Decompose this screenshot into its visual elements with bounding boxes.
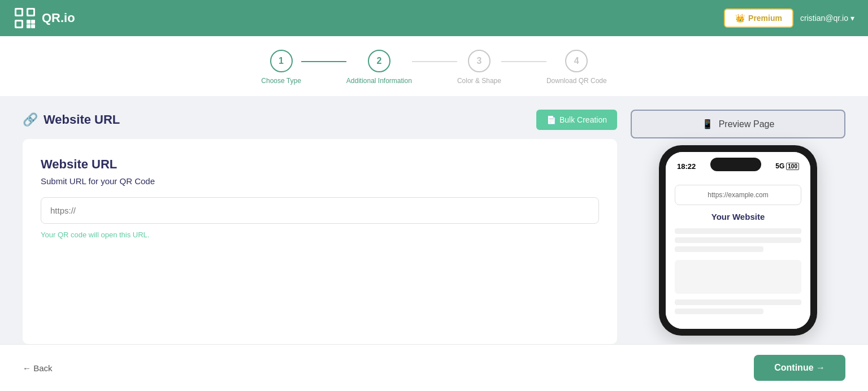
step-4-circle: 4 (565, 50, 588, 72)
step-3-label: Color & Shape (457, 77, 501, 85)
phone-time: 18:22 (677, 162, 696, 171)
crown-icon: 👑 (735, 14, 745, 23)
user-email: cristian@qr.io (800, 14, 848, 23)
preview-page-button[interactable]: 📱 Preview Page (631, 110, 845, 138)
phone-notch (710, 158, 761, 171)
phone-skeleton-4 (675, 299, 801, 305)
phone-skeleton-3 (675, 246, 763, 252)
right-panel: 📱 Preview Page 18:22 5G 100 https:// (631, 110, 845, 344)
premium-label: Premium (748, 14, 782, 23)
left-panel: 🔗 Website URL 📄 Bulk Creation Website UR… (23, 110, 617, 344)
logo: QR.io (14, 7, 75, 29)
step-2-label: Additional Information (346, 77, 412, 85)
svg-rect-7 (31, 20, 35, 24)
svg-rect-1 (16, 10, 21, 15)
logo-text: QR.io (42, 11, 75, 25)
section-title-text: Website URL (44, 112, 120, 127)
content-area: 🔗 Website URL 📄 Bulk Creation Website UR… (23, 110, 845, 344)
main-content: 🔗 Website URL 📄 Bulk Creation Website UR… (0, 96, 868, 344)
url-input[interactable] (41, 197, 599, 224)
step-3-circle: 3 (468, 50, 491, 72)
svg-rect-6 (27, 20, 31, 24)
phone-skeleton-5 (675, 309, 763, 314)
bulk-creation-button[interactable]: 📄 Bulk Creation (536, 110, 617, 130)
svg-rect-5 (16, 21, 21, 27)
phone-icon: 📱 (702, 119, 713, 129)
back-label: ← Back (23, 363, 53, 373)
back-button[interactable]: ← Back (23, 363, 53, 373)
continue-label: Continue → (774, 363, 825, 373)
section-title: 🔗 Website URL (23, 112, 120, 127)
step-3: 3 Color & Shape (457, 50, 501, 85)
phone-mockup: 18:22 5G 100 https://example.com Your We… (659, 145, 817, 336)
step-line-3 (501, 61, 546, 62)
chevron-down-icon: ▾ (850, 14, 854, 23)
stepper: 1 Choose Type 2 Additional Information 3… (0, 36, 868, 96)
step-line-1 (301, 61, 346, 62)
step-2-circle: 2 (368, 50, 390, 72)
step-4-label: Download QR Code (546, 77, 607, 85)
header: QR.io 👑 Premium cristian@qr.io ▾ (0, 0, 868, 36)
hint-text: Your QR code will open this URL. (41, 231, 149, 239)
phone-skeleton-2 (675, 237, 801, 243)
header-right: 👑 Premium cristian@qr.io ▾ (724, 8, 854, 28)
footer: ← Back Continue → (0, 344, 868, 391)
svg-rect-3 (28, 10, 33, 15)
phone-content: https://example.com Your Website (666, 178, 810, 329)
form-subtitle: Submit URL for your QR Code (41, 176, 599, 186)
file-icon: 📄 (546, 115, 556, 124)
step-1: 1 Choose Type (261, 50, 301, 85)
step-line-2 (412, 61, 457, 62)
phone-website-title: Your Website (675, 212, 801, 221)
continue-button[interactable]: Continue → (754, 355, 845, 381)
preview-btn-label: Preview Page (719, 119, 775, 129)
logo-icon (14, 7, 36, 29)
svg-rect-8 (27, 24, 31, 28)
stepper-inner: 1 Choose Type 2 Additional Information 3… (261, 50, 606, 85)
bulk-btn-label: Bulk Creation (559, 115, 607, 124)
phone-screen: 18:22 5G 100 https://example.com Your We… (666, 152, 810, 329)
step-1-label: Choose Type (261, 77, 301, 85)
step-1-circle: 1 (270, 50, 293, 72)
svg-rect-9 (31, 24, 35, 28)
step-4: 4 Download QR Code (546, 50, 607, 85)
phone-url-bar: https://example.com (675, 185, 801, 205)
section-header: 🔗 Website URL 📄 Bulk Creation (23, 110, 617, 130)
step-2: 2 Additional Information (346, 50, 412, 85)
premium-button[interactable]: 👑 Premium (724, 8, 793, 28)
link-icon: 🔗 (23, 112, 38, 127)
form-card: Website URL Submit URL for your QR Code … (23, 139, 617, 344)
phone-status-bar: 18:22 5G 100 (666, 152, 810, 178)
phone-signal: 5G 100 (775, 162, 799, 170)
user-menu[interactable]: cristian@qr.io ▾ (800, 14, 854, 23)
phone-skeleton-1 (675, 228, 801, 234)
form-title: Website URL (41, 157, 599, 172)
phone-content-block (675, 260, 801, 294)
